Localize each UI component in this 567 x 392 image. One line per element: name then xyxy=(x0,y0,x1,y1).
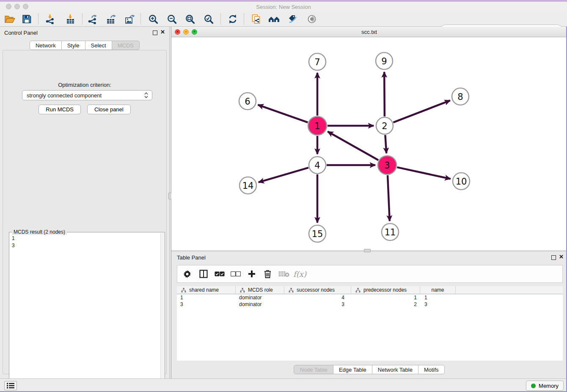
graph-node-label: 11 xyxy=(385,227,396,237)
import-table-button[interactable] xyxy=(64,13,77,25)
control-panel-title: Control Panel xyxy=(4,30,38,36)
optimization-criterion-label: Optimization criterion: xyxy=(3,82,166,88)
cell-name[interactable]: 3 xyxy=(420,301,456,308)
float-panel-icon[interactable] xyxy=(153,30,157,35)
show-all-networks-button[interactable] xyxy=(268,13,281,25)
show-column-panel-button[interactable] xyxy=(197,267,210,281)
graph-edge-2-9[interactable] xyxy=(384,72,385,116)
cell-predecessor-nodes[interactable]: 1 xyxy=(351,294,420,301)
save-session-button[interactable] xyxy=(20,13,33,25)
column-header-shared-name[interactable]: shared name xyxy=(177,286,236,294)
cell-mcds-role[interactable]: dominator xyxy=(236,294,284,301)
export-network-button[interactable] xyxy=(86,13,99,25)
table-panel: Table Panel ✕ xyxy=(171,252,567,378)
cell-mcds-role[interactable]: dominator xyxy=(236,301,284,308)
select-all-columns-button[interactable] xyxy=(213,267,226,281)
clone-network-button[interactable] xyxy=(250,13,262,25)
network-window-title: scc.txt xyxy=(171,29,567,35)
toggle-node-labels-button[interactable] xyxy=(286,13,299,25)
network-window-titlebar[interactable]: ✕ − + scc.txt xyxy=(171,27,567,37)
apply-layout-button[interactable] xyxy=(226,13,239,25)
eye-icon xyxy=(307,14,317,24)
graph-node-label: 14 xyxy=(242,181,254,191)
result-scrollbar[interactable] xyxy=(160,233,164,392)
graph-edge-3-10[interactable] xyxy=(397,167,450,179)
tab-motifs[interactable]: Motifs xyxy=(418,365,445,374)
zoom-fit-button[interactable] xyxy=(184,13,196,25)
table-settings-button[interactable] xyxy=(181,267,194,281)
zoom-selected-button[interactable] xyxy=(202,13,215,25)
delete-table-button[interactable] xyxy=(277,267,290,281)
cell-shared-name[interactable]: 1 xyxy=(177,294,236,301)
cell-successor-nodes[interactable]: 3 xyxy=(284,301,351,308)
graph-edge-1-6[interactable] xyxy=(258,105,308,122)
column-header-successor-nodes[interactable]: successor nodes xyxy=(284,286,351,294)
zoom-fit-icon xyxy=(185,14,195,24)
import-network-button[interactable] xyxy=(44,13,56,25)
cell-successor-nodes[interactable]: 4 xyxy=(284,294,351,301)
tab-node-table[interactable]: Node Table xyxy=(294,365,333,374)
mcds-result-text[interactable]: 1 3 xyxy=(9,233,159,392)
memory-button[interactable]: Memory xyxy=(526,381,564,391)
plus-icon xyxy=(248,270,256,278)
zoom-in-button[interactable] xyxy=(147,13,160,25)
column-header-mcds-role[interactable]: MCDS role xyxy=(236,286,284,294)
gear-icon xyxy=(183,270,191,278)
column-type-icon xyxy=(289,288,294,293)
graph-node-label: 7 xyxy=(314,57,320,67)
graph-edge-4-14[interactable] xyxy=(259,168,308,182)
toolbar-separator xyxy=(220,14,221,25)
graph-edge-2-3[interactable] xyxy=(385,135,386,153)
graph-node-label: 4 xyxy=(314,160,320,171)
tab-style[interactable]: Style xyxy=(61,41,85,50)
close-panel-button[interactable]: Close panel xyxy=(87,105,131,114)
graph-edge-3-11[interactable] xyxy=(388,175,390,221)
tab-select[interactable]: Select xyxy=(85,41,112,50)
table-toolbar: f(x) xyxy=(177,265,563,283)
open-session-button[interactable] xyxy=(3,13,16,25)
cell-name[interactable]: 1 xyxy=(420,294,456,301)
run-mcds-button[interactable]: Run MCDS xyxy=(39,105,81,114)
cell-shared-name[interactable]: 3 xyxy=(177,301,236,308)
close-table-panel-icon[interactable]: ✕ xyxy=(559,254,564,259)
float-table-panel-icon[interactable] xyxy=(551,255,556,260)
close-panel-icon[interactable]: ✕ xyxy=(160,29,165,35)
label-tag-icon xyxy=(288,14,298,24)
fx-icon: f(x) xyxy=(293,270,306,279)
mcds-buttons-row: Run MCDS Close panel xyxy=(3,105,166,114)
checked-checkboxes-icon xyxy=(215,271,225,276)
graph-edge-3-1[interactable] xyxy=(328,132,378,160)
column-header-name[interactable]: name xyxy=(420,286,456,294)
export-image-button[interactable] xyxy=(123,13,136,25)
tab-network[interactable]: Network xyxy=(30,41,62,50)
export-table-button[interactable] xyxy=(105,13,117,25)
control-panel-header: Control Panel ✕ xyxy=(0,27,169,39)
network-graph[interactable]: 7968124314101511 xyxy=(171,37,567,251)
toggle-graphics-details-button[interactable] xyxy=(306,13,318,25)
delete-column-button[interactable] xyxy=(261,267,274,281)
unselect-all-columns-button[interactable] xyxy=(229,267,242,281)
control-panel-tabs: Network Style Select MCDS xyxy=(0,41,169,50)
network-canvas[interactable]: 7968124314101511 xyxy=(171,37,567,251)
node-table-body: 1 dominator 4 1 1 3 dominator 3 2 3 xyxy=(177,294,563,308)
criterion-select[interactable]: strongly connected component xyxy=(22,90,152,100)
mcds-result-group: MCDS result (2 nodes) 1 3 xyxy=(9,232,165,392)
tab-network-table[interactable]: Network Table xyxy=(372,365,418,374)
column-header-predecessor-nodes[interactable]: predecessor nodes xyxy=(351,286,420,294)
apply-function-button[interactable]: f(x) xyxy=(293,267,306,281)
graph-node-label: 10 xyxy=(456,177,467,187)
task-history-button[interactable] xyxy=(4,381,17,390)
column-header-filler xyxy=(456,286,563,294)
zoom-in-icon xyxy=(148,14,158,24)
tab-mcds[interactable]: MCDS xyxy=(112,41,140,50)
graph-node-label: 3 xyxy=(384,160,390,171)
tab-edge-table[interactable]: Edge Table xyxy=(333,365,372,374)
import-table-icon xyxy=(65,14,75,24)
main-toolbar xyxy=(0,11,567,27)
cell-predecessor-nodes[interactable]: 2 xyxy=(351,301,420,308)
graph-edge-2-8[interactable] xyxy=(394,100,450,122)
graph-node-label: 6 xyxy=(245,97,250,107)
zoom-out-button[interactable] xyxy=(165,13,178,25)
create-column-button[interactable] xyxy=(245,267,258,281)
graph-node-label: 15 xyxy=(312,229,323,239)
